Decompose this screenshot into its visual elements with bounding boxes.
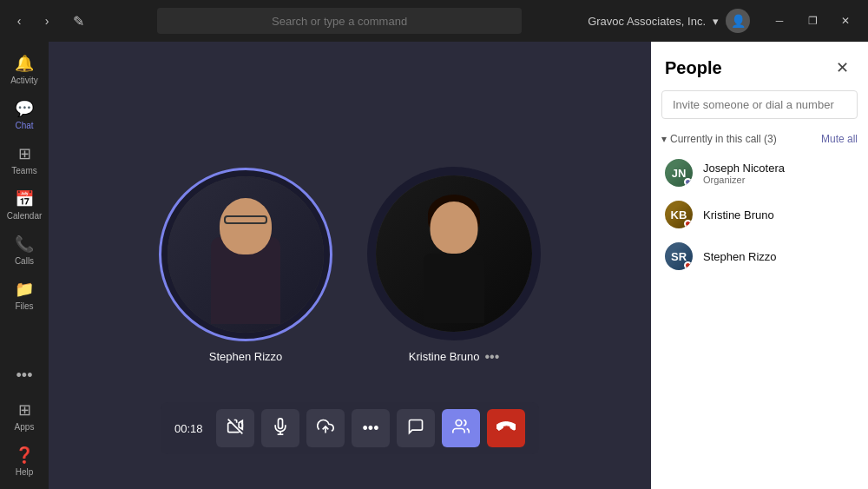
mic-button[interactable] (261, 409, 299, 447)
svg-point-5 (456, 420, 462, 426)
chat-icon: 💬 (15, 99, 34, 118)
stephen-name-panel: Stephen Rizzo (703, 250, 777, 263)
kristine-initials: KB (671, 208, 687, 221)
call-area: Stephen Rizzo Kristine Bruno ••• (49, 42, 651, 489)
avatar-circle-stephen (168, 176, 324, 333)
compose-button[interactable]: ✎ (66, 10, 91, 33)
participant-tile-stephen: Stephen Rizzo (159, 168, 332, 363)
participant-tile-kristine: Kristine Bruno ••• (367, 167, 541, 365)
nav-buttons: ‹ › (7, 9, 59, 33)
share-screen-button[interactable] (306, 409, 345, 447)
sidebar-item-activity[interactable]: 🔔 Activity (3, 49, 45, 90)
collapse-icon: ▾ (661, 133, 667, 145)
sidebar-item-label-calendar: Calendar (7, 211, 43, 221)
calls-icon: 📞 (15, 235, 34, 254)
list-item[interactable]: JN Joseph Nicotera Organizer (651, 152, 868, 194)
list-item[interactable]: KB Kristine Bruno (651, 194, 868, 235)
mic-icon (272, 418, 289, 439)
tenant-chevron: ▾ (713, 15, 719, 28)
camera-toggle-button[interactable] (216, 409, 254, 447)
call-controls-bar: 00:18 (161, 402, 539, 454)
avatar-stephen-head (220, 198, 272, 254)
window-controls: ─ ❐ ✕ (764, 8, 861, 34)
sidebar-item-apps[interactable]: ⊞ Apps (3, 395, 45, 437)
sidebar-item-label-teams: Teams (11, 166, 36, 175)
sidebar-item-teams[interactable]: ⊞ Teams (3, 139, 45, 181)
activity-icon: 🔔 (15, 54, 34, 73)
teams-icon: ⊞ (18, 144, 31, 163)
people-panel-title: People (665, 58, 722, 78)
main-content: 🔔 Activity 💬 Chat ⊞ Teams 📅 Calendar 📞 C… (0, 42, 868, 489)
joseph-info: Joseph Nicotera Organizer (703, 162, 785, 185)
back-button[interactable]: ‹ (7, 9, 31, 33)
people-button[interactable] (442, 409, 480, 447)
search-input[interactable] (157, 8, 522, 34)
calendar-icon: 📅 (15, 189, 34, 208)
svg-marker-1 (239, 420, 242, 429)
section-label: Currently in this call (3) (670, 133, 777, 145)
participant-list: JN Joseph Nicotera Organizer KB Kristine… (651, 149, 868, 281)
avatar-kristine-head (431, 202, 478, 254)
stephen-initials: SR (671, 250, 687, 263)
invite-input[interactable] (661, 90, 858, 119)
sidebar-item-label-apps: Apps (15, 422, 35, 432)
avatar-circle-kristine (376, 175, 532, 332)
people-ctrl-icon (452, 418, 470, 439)
chat-button[interactable] (397, 409, 435, 447)
chat-ctrl-icon (407, 418, 424, 439)
section-header: ▾ Currently in this call (3) Mute all (651, 129, 868, 149)
tenant-name: Gravoc Associates, Inc. (588, 15, 706, 28)
files-icon: 📁 (15, 280, 34, 299)
forward-button[interactable]: › (35, 9, 59, 33)
people-panel-header: People ✕ (651, 42, 868, 87)
kristine-more-button[interactable]: ••• (484, 349, 499, 365)
user-avatar: 👤 (726, 9, 750, 33)
section-title: ▾ Currently in this call (3) (661, 133, 777, 145)
participant-video-stephen (159, 168, 332, 341)
end-call-button[interactable] (487, 409, 525, 447)
joseph-initials: JN (672, 167, 687, 180)
title-bar: ‹ › ✎ Gravoc Associates, Inc. ▾ 👤 ─ ❐ ✕ (0, 0, 868, 42)
stephen-name-label: Stephen Rizzo (209, 350, 283, 363)
mute-all-button[interactable]: Mute all (821, 133, 858, 145)
minimize-button[interactable]: ─ (764, 8, 795, 34)
more-icon: ••• (363, 420, 379, 438)
sidebar-item-files[interactable]: 📁 Files (3, 274, 45, 316)
close-button[interactable]: ✕ (830, 8, 861, 34)
participant-video-kristine (367, 167, 541, 340)
joseph-name: Joseph Nicotera (703, 162, 785, 175)
kristine-info: Kristine Bruno (703, 208, 774, 221)
avatar-joseph: JN (665, 159, 693, 187)
avatar-kristine-bg (376, 175, 532, 332)
call-timer: 00:18 (174, 422, 209, 435)
kristine-status-dot (684, 220, 692, 228)
help-icon: ❓ (15, 446, 34, 465)
avatar-kristine-panel: KB (665, 201, 693, 228)
sidebar-more-button[interactable]: ••• (10, 360, 40, 392)
sidebar-item-label-files: Files (15, 301, 33, 311)
stephen-info: Stephen Rizzo (703, 250, 777, 263)
apps-icon: ⊞ (18, 400, 31, 420)
restore-button[interactable]: ❐ (797, 8, 828, 34)
sidebar-item-label-activity: Activity (10, 76, 38, 85)
more-options-button[interactable]: ••• (352, 409, 390, 447)
close-people-panel-button[interactable]: ✕ (830, 56, 854, 80)
sidebar-item-chat[interactable]: 💬 Chat (3, 94, 45, 135)
share-icon (317, 418, 334, 439)
joseph-status-dot (684, 178, 692, 186)
stephen-status-dot (684, 261, 692, 269)
sidebar-item-help[interactable]: ❓ Help (3, 440, 45, 482)
sidebar-item-label-help: Help (16, 467, 34, 477)
participant-name-kristine: Kristine Bruno ••• (409, 349, 499, 365)
tenant-selector[interactable]: Gravoc Associates, Inc. ▾ 👤 (588, 9, 750, 33)
end-call-icon (496, 417, 516, 440)
people-panel: People ✕ ▾ Currently in this call (3) Mu… (651, 42, 868, 489)
sidebar-item-calls[interactable]: 📞 Calls (3, 229, 45, 271)
sidebar-item-label-chat: Chat (15, 121, 33, 130)
avatar-stephen-bg (168, 176, 324, 333)
sidebar-item-calendar[interactable]: 📅 Calendar (3, 184, 45, 226)
participant-name-stephen: Stephen Rizzo (209, 350, 283, 363)
sidebar: 🔔 Activity 💬 Chat ⊞ Teams 📅 Calendar 📞 C… (0, 42, 49, 489)
joseph-role: Organizer (703, 175, 785, 185)
list-item[interactable]: SR Stephen Rizzo (651, 235, 868, 277)
